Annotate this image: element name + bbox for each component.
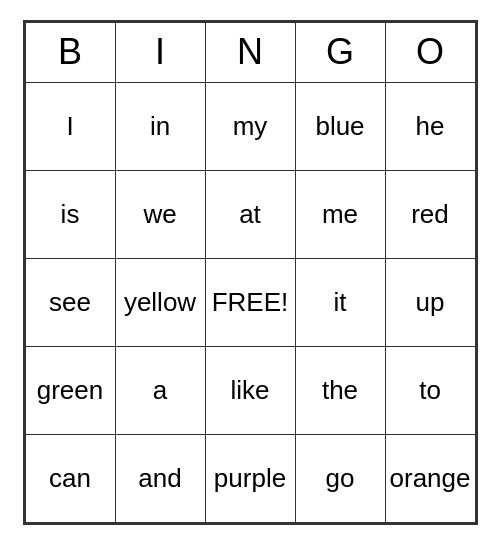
cell-r4-c0: can bbox=[25, 434, 115, 522]
cell-r3-c1: a bbox=[115, 346, 205, 434]
cell-r2-c1: yellow bbox=[115, 258, 205, 346]
cell-r4-c1: and bbox=[115, 434, 205, 522]
cell-r1-c0: is bbox=[25, 170, 115, 258]
cell-r0-c4: he bbox=[385, 82, 475, 170]
cell-r4-c3: go bbox=[295, 434, 385, 522]
cell-r4-c4: orange bbox=[385, 434, 475, 522]
header-cell-g: G bbox=[295, 22, 385, 82]
cell-r2-c0: see bbox=[25, 258, 115, 346]
cell-r2-c4: up bbox=[385, 258, 475, 346]
header-row: BINGO bbox=[25, 22, 475, 82]
header-cell-i: I bbox=[115, 22, 205, 82]
table-row: greenaliketheto bbox=[25, 346, 475, 434]
cell-r1-c4: red bbox=[385, 170, 475, 258]
cell-r3-c0: green bbox=[25, 346, 115, 434]
cell-r0-c0: I bbox=[25, 82, 115, 170]
bingo-card: BINGO IinmyblueheisweatmeredseeyellowFRE… bbox=[23, 20, 478, 525]
table-row: canandpurplegoorange bbox=[25, 434, 475, 522]
header-cell-o: O bbox=[385, 22, 475, 82]
cell-r4-c2: purple bbox=[205, 434, 295, 522]
bingo-table: BINGO IinmyblueheisweatmeredseeyellowFRE… bbox=[25, 22, 476, 523]
cell-r2-c2: FREE! bbox=[205, 258, 295, 346]
cell-r0-c3: blue bbox=[295, 82, 385, 170]
header-cell-n: N bbox=[205, 22, 295, 82]
cell-r0-c1: in bbox=[115, 82, 205, 170]
cell-r3-c3: the bbox=[295, 346, 385, 434]
cell-r0-c2: my bbox=[205, 82, 295, 170]
cell-r1-c3: me bbox=[295, 170, 385, 258]
cell-r1-c1: we bbox=[115, 170, 205, 258]
header-cell-b: B bbox=[25, 22, 115, 82]
cell-r3-c4: to bbox=[385, 346, 475, 434]
cell-r2-c3: it bbox=[295, 258, 385, 346]
cell-r3-c2: like bbox=[205, 346, 295, 434]
table-row: Iinmybluehe bbox=[25, 82, 475, 170]
table-row: seeyellowFREE!itup bbox=[25, 258, 475, 346]
table-row: isweatmered bbox=[25, 170, 475, 258]
cell-r1-c2: at bbox=[205, 170, 295, 258]
